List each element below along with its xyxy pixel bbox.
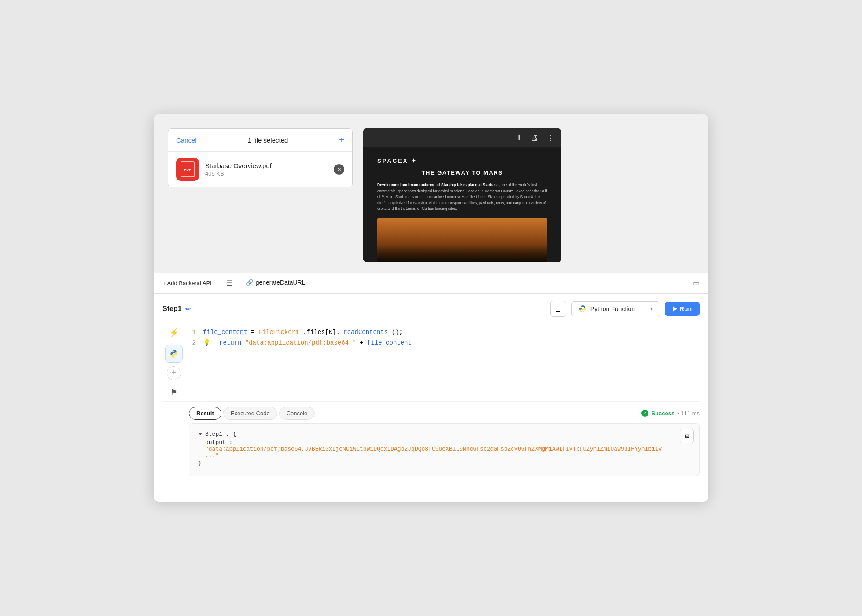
minimize-button[interactable]: ▭ <box>693 279 700 287</box>
output-value-line: "data:application/pdf;base64,JVBERi0xLjc… <box>205 446 690 452</box>
code-plus: + <box>360 339 367 346</box>
result-tab-executed-code[interactable]: Executed Code <box>223 407 277 420</box>
file-picker-panel: Cancel 1 file selected + Starbase Overvi… <box>168 128 353 187</box>
pdf-toolbar: ⬇ 🖨 ⋮ <box>363 128 561 147</box>
delete-step-button[interactable]: 🗑 <box>550 301 566 317</box>
add-api-label: + Add Backend API <box>162 280 212 286</box>
link-icon: 🔗 <box>246 279 253 286</box>
code-editor[interactable]: 1 file_content = FilePicker1 .files[0]. … <box>189 324 700 401</box>
download-icon[interactable]: ⬇ <box>516 133 523 143</box>
copy-button[interactable]: ⧉ <box>680 429 694 443</box>
code-text-1: file_content = FilePicker1 .files[0]. re… <box>203 327 700 338</box>
step-label-line: Step1 : { <box>198 431 690 437</box>
pdf-icon-inner <box>181 161 195 177</box>
code-accessor-1: .files[0]. <box>303 329 340 336</box>
success-label: Success <box>651 410 674 417</box>
code-var-2: file_content <box>367 339 412 346</box>
editor-with-sidebar: ⚡ <box>162 324 700 401</box>
sidebar-icons: ⚡ <box>162 324 189 401</box>
python-logo <box>578 304 587 313</box>
function-type-label: Python Function <box>590 305 635 312</box>
function-type-selector[interactable]: Python Function ▾ <box>571 301 659 316</box>
bulb-icon: 💡 <box>203 338 210 348</box>
file-name: Starbase Overview.pdf <box>205 162 328 169</box>
code-text-2: return "data:application/pdf;base64," + … <box>219 338 700 348</box>
step-controls: 🗑 <box>550 301 700 317</box>
lightning-icon-btn[interactable]: ⚡ <box>165 324 183 341</box>
result-tabs: Result Executed Code Console Success • 1… <box>162 401 700 423</box>
code-var-1: file_content <box>203 329 247 336</box>
pdf-content: SPACEX ✦ THE GATEWAY TO MARS Development… <box>363 147 561 262</box>
file-item: Starbase Overview.pdf 409 KB <box>168 152 352 187</box>
success-badge: Success • 111 ms <box>641 410 700 417</box>
code-op-1: = <box>251 329 258 336</box>
collapse-icon[interactable] <box>198 433 203 435</box>
line-number-1: 1 <box>189 327 196 338</box>
pdf-body-text: Development and manufacturing of Starshi… <box>377 182 547 212</box>
play-icon <box>673 306 677 312</box>
code-line-2: 2 💡 return "data:application/pdf;base64,… <box>189 338 700 348</box>
step-json-label: Step1 : { <box>205 431 236 437</box>
result-tab-result[interactable]: Result <box>189 407 221 420</box>
step-title-text: Step1 <box>162 305 182 313</box>
code-return: return <box>219 339 245 346</box>
result-tab-console[interactable]: Console <box>279 407 315 420</box>
cancel-button[interactable]: Cancel <box>176 136 197 144</box>
file-size: 409 KB <box>205 170 328 177</box>
edit-icon[interactable]: ✏ <box>185 305 191 312</box>
pdf-title: THE GATEWAY TO MARS <box>377 169 547 176</box>
output-ellipsis: ... <box>205 452 215 459</box>
more-icon[interactable]: ⋮ <box>546 133 554 143</box>
output-closing-brace: } <box>198 460 690 466</box>
code-line-1: 1 file_content = FilePicker1 .files[0]. … <box>189 327 700 338</box>
file-picker-header: Cancel 1 file selected + <box>168 129 352 152</box>
code-parens-1: (); <box>392 329 403 336</box>
output-key: output : <box>205 439 232 446</box>
api-bar: + Add Backend API ☰ 🔗 generateDataURL ▭ <box>154 273 708 294</box>
chevron-down-icon: ▾ <box>650 306 653 312</box>
pdf-icon <box>176 158 199 181</box>
output-data: "data:application/pdf;base64,JVBERi0xLjc… <box>205 446 662 452</box>
output-key-line: output : <box>205 439 690 446</box>
flag-icon-btn[interactable]: ⚑ <box>165 384 183 401</box>
function-selector-left: Python Function <box>578 304 635 313</box>
add-step-button[interactable]: + <box>167 366 181 380</box>
file-info: Starbase Overview.pdf 409 KB <box>205 162 328 177</box>
top-section: Cancel 1 file selected + Starbase Overvi… <box>154 114 708 273</box>
line-number-2: 2 <box>189 338 196 348</box>
hamburger-icon[interactable]: ☰ <box>226 279 232 287</box>
run-button[interactable]: Run <box>665 302 700 316</box>
step-title: Step1 ✏ <box>162 305 191 313</box>
run-label: Run <box>680 305 692 312</box>
api-divider <box>219 279 219 287</box>
spacex-logo: SPACEX ✦ <box>377 158 547 164</box>
main-window: Cancel 1 file selected + Starbase Overvi… <box>154 114 708 502</box>
code-picker-1: FilePicker1 <box>258 329 299 336</box>
pdf-image <box>377 218 547 262</box>
add-file-button[interactable]: + <box>339 135 344 145</box>
trash-icon: 🗑 <box>555 305 562 313</box>
output-ellipsis-line: ..." <box>205 452 690 459</box>
result-output: ⧉ Step1 : { output : "data:application/p… <box>189 423 700 476</box>
python-icon-btn[interactable] <box>165 345 183 363</box>
code-method-1: readContents <box>343 329 388 336</box>
editor-area: Step1 ✏ 🗑 <box>154 294 708 502</box>
api-tab-label: generateDataURL <box>256 279 306 286</box>
remove-file-button[interactable] <box>334 164 344 175</box>
success-time: • 111 ms <box>677 410 700 417</box>
step-header: Step1 ✏ 🗑 <box>162 301 700 317</box>
print-icon[interactable]: 🖨 <box>530 133 538 143</box>
add-backend-api-button[interactable]: + Add Backend API <box>162 280 212 286</box>
pdf-preview: ⬇ 🖨 ⋮ SPACEX ✦ THE GATEWAY TO MARS Devel… <box>363 128 561 262</box>
file-count-label: 1 file selected <box>248 136 288 144</box>
code-string-2: "data:application/pdf;base64," <box>245 339 356 346</box>
api-tab-generate-data-url[interactable]: 🔗 generateDataURL <box>239 272 312 293</box>
spacex-logo-text: SPACEX ✦ <box>377 158 417 164</box>
success-dot <box>641 410 648 417</box>
bottom-section: + Add Backend API ☰ 🔗 generateDataURL ▭ … <box>154 273 708 502</box>
